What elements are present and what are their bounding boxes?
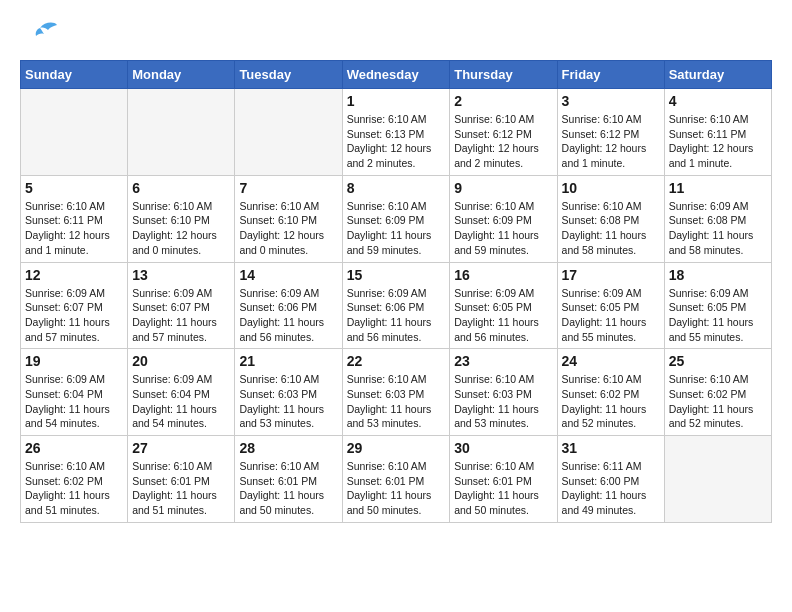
day-info: Sunrise: 6:10 AM Sunset: 6:02 PM Dayligh…: [562, 372, 660, 431]
weekday-header-wednesday: Wednesday: [342, 61, 450, 89]
weekday-header-monday: Monday: [128, 61, 235, 89]
day-info: Sunrise: 6:09 AM Sunset: 6:04 PM Dayligh…: [132, 372, 230, 431]
weekday-header-saturday: Saturday: [664, 61, 771, 89]
day-number: 13: [132, 267, 230, 283]
day-info: Sunrise: 6:09 AM Sunset: 6:07 PM Dayligh…: [25, 286, 123, 345]
day-number: 6: [132, 180, 230, 196]
day-number: 26: [25, 440, 123, 456]
day-number: 24: [562, 353, 660, 369]
calendar-cell: 2Sunrise: 6:10 AM Sunset: 6:12 PM Daylig…: [450, 89, 557, 176]
day-info: Sunrise: 6:09 AM Sunset: 6:06 PM Dayligh…: [347, 286, 446, 345]
day-info: Sunrise: 6:10 AM Sunset: 6:01 PM Dayligh…: [239, 459, 337, 518]
calendar-header-row: SundayMondayTuesdayWednesdayThursdayFrid…: [21, 61, 772, 89]
day-number: 17: [562, 267, 660, 283]
calendar-cell: 18Sunrise: 6:09 AM Sunset: 6:05 PM Dayli…: [664, 262, 771, 349]
day-info: Sunrise: 6:11 AM Sunset: 6:00 PM Dayligh…: [562, 459, 660, 518]
day-info: Sunrise: 6:09 AM Sunset: 6:05 PM Dayligh…: [669, 286, 767, 345]
calendar-cell: [128, 89, 235, 176]
day-info: Sunrise: 6:10 AM Sunset: 6:09 PM Dayligh…: [454, 199, 552, 258]
day-number: 4: [669, 93, 767, 109]
day-info: Sunrise: 6:10 AM Sunset: 6:10 PM Dayligh…: [239, 199, 337, 258]
day-info: Sunrise: 6:10 AM Sunset: 6:03 PM Dayligh…: [347, 372, 446, 431]
page-header: [20, 20, 772, 50]
calendar-cell: 25Sunrise: 6:10 AM Sunset: 6:02 PM Dayli…: [664, 349, 771, 436]
day-number: 2: [454, 93, 552, 109]
day-number: 9: [454, 180, 552, 196]
day-number: 7: [239, 180, 337, 196]
day-number: 21: [239, 353, 337, 369]
calendar-cell: 23Sunrise: 6:10 AM Sunset: 6:03 PM Dayli…: [450, 349, 557, 436]
logo-bird-icon: [20, 20, 58, 50]
calendar-cell: 29Sunrise: 6:10 AM Sunset: 6:01 PM Dayli…: [342, 436, 450, 523]
calendar-cell: 11Sunrise: 6:09 AM Sunset: 6:08 PM Dayli…: [664, 175, 771, 262]
calendar-week-1: 1Sunrise: 6:10 AM Sunset: 6:13 PM Daylig…: [21, 89, 772, 176]
calendar-cell: [235, 89, 342, 176]
calendar-cell: [664, 436, 771, 523]
day-info: Sunrise: 6:09 AM Sunset: 6:04 PM Dayligh…: [25, 372, 123, 431]
day-number: 11: [669, 180, 767, 196]
calendar-cell: 14Sunrise: 6:09 AM Sunset: 6:06 PM Dayli…: [235, 262, 342, 349]
day-info: Sunrise: 6:09 AM Sunset: 6:05 PM Dayligh…: [454, 286, 552, 345]
weekday-header-friday: Friday: [557, 61, 664, 89]
day-number: 30: [454, 440, 552, 456]
day-info: Sunrise: 6:10 AM Sunset: 6:11 PM Dayligh…: [25, 199, 123, 258]
calendar-cell: 5Sunrise: 6:10 AM Sunset: 6:11 PM Daylig…: [21, 175, 128, 262]
calendar-cell: 13Sunrise: 6:09 AM Sunset: 6:07 PM Dayli…: [128, 262, 235, 349]
day-number: 12: [25, 267, 123, 283]
calendar-cell: 27Sunrise: 6:10 AM Sunset: 6:01 PM Dayli…: [128, 436, 235, 523]
calendar-cell: 26Sunrise: 6:10 AM Sunset: 6:02 PM Dayli…: [21, 436, 128, 523]
day-number: 22: [347, 353, 446, 369]
calendar-cell: 9Sunrise: 6:10 AM Sunset: 6:09 PM Daylig…: [450, 175, 557, 262]
day-info: Sunrise: 6:10 AM Sunset: 6:01 PM Dayligh…: [347, 459, 446, 518]
day-number: 8: [347, 180, 446, 196]
day-number: 15: [347, 267, 446, 283]
day-number: 25: [669, 353, 767, 369]
calendar-cell: 30Sunrise: 6:10 AM Sunset: 6:01 PM Dayli…: [450, 436, 557, 523]
weekday-header-tuesday: Tuesday: [235, 61, 342, 89]
calendar-cell: 4Sunrise: 6:10 AM Sunset: 6:11 PM Daylig…: [664, 89, 771, 176]
day-info: Sunrise: 6:10 AM Sunset: 6:12 PM Dayligh…: [562, 112, 660, 171]
day-number: 19: [25, 353, 123, 369]
calendar-cell: 16Sunrise: 6:09 AM Sunset: 6:05 PM Dayli…: [450, 262, 557, 349]
calendar-cell: 15Sunrise: 6:09 AM Sunset: 6:06 PM Dayli…: [342, 262, 450, 349]
day-info: Sunrise: 6:09 AM Sunset: 6:08 PM Dayligh…: [669, 199, 767, 258]
day-number: 28: [239, 440, 337, 456]
day-info: Sunrise: 6:10 AM Sunset: 6:02 PM Dayligh…: [25, 459, 123, 518]
calendar-cell: 19Sunrise: 6:09 AM Sunset: 6:04 PM Dayli…: [21, 349, 128, 436]
calendar-cell: 3Sunrise: 6:10 AM Sunset: 6:12 PM Daylig…: [557, 89, 664, 176]
day-number: 29: [347, 440, 446, 456]
day-info: Sunrise: 6:10 AM Sunset: 6:03 PM Dayligh…: [454, 372, 552, 431]
day-info: Sunrise: 6:10 AM Sunset: 6:11 PM Dayligh…: [669, 112, 767, 171]
calendar-cell: 22Sunrise: 6:10 AM Sunset: 6:03 PM Dayli…: [342, 349, 450, 436]
calendar-week-3: 12Sunrise: 6:09 AM Sunset: 6:07 PM Dayli…: [21, 262, 772, 349]
day-info: Sunrise: 6:10 AM Sunset: 6:03 PM Dayligh…: [239, 372, 337, 431]
day-info: Sunrise: 6:10 AM Sunset: 6:12 PM Dayligh…: [454, 112, 552, 171]
calendar-cell: 8Sunrise: 6:10 AM Sunset: 6:09 PM Daylig…: [342, 175, 450, 262]
day-info: Sunrise: 6:10 AM Sunset: 6:08 PM Dayligh…: [562, 199, 660, 258]
calendar-cell: 17Sunrise: 6:09 AM Sunset: 6:05 PM Dayli…: [557, 262, 664, 349]
calendar-cell: 10Sunrise: 6:10 AM Sunset: 6:08 PM Dayli…: [557, 175, 664, 262]
calendar-cell: [21, 89, 128, 176]
day-info: Sunrise: 6:10 AM Sunset: 6:01 PM Dayligh…: [132, 459, 230, 518]
calendar-week-5: 26Sunrise: 6:10 AM Sunset: 6:02 PM Dayli…: [21, 436, 772, 523]
calendar-week-4: 19Sunrise: 6:09 AM Sunset: 6:04 PM Dayli…: [21, 349, 772, 436]
day-info: Sunrise: 6:09 AM Sunset: 6:07 PM Dayligh…: [132, 286, 230, 345]
day-number: 18: [669, 267, 767, 283]
calendar-cell: 24Sunrise: 6:10 AM Sunset: 6:02 PM Dayli…: [557, 349, 664, 436]
day-info: Sunrise: 6:10 AM Sunset: 6:10 PM Dayligh…: [132, 199, 230, 258]
day-info: Sunrise: 6:10 AM Sunset: 6:01 PM Dayligh…: [454, 459, 552, 518]
day-number: 5: [25, 180, 123, 196]
calendar-cell: 12Sunrise: 6:09 AM Sunset: 6:07 PM Dayli…: [21, 262, 128, 349]
day-number: 1: [347, 93, 446, 109]
weekday-header-sunday: Sunday: [21, 61, 128, 89]
weekday-header-thursday: Thursday: [450, 61, 557, 89]
calendar-cell: 7Sunrise: 6:10 AM Sunset: 6:10 PM Daylig…: [235, 175, 342, 262]
day-number: 20: [132, 353, 230, 369]
day-number: 16: [454, 267, 552, 283]
day-number: 10: [562, 180, 660, 196]
day-number: 31: [562, 440, 660, 456]
day-info: Sunrise: 6:10 AM Sunset: 6:02 PM Dayligh…: [669, 372, 767, 431]
logo: [20, 20, 62, 50]
calendar-cell: 20Sunrise: 6:09 AM Sunset: 6:04 PM Dayli…: [128, 349, 235, 436]
calendar-cell: 31Sunrise: 6:11 AM Sunset: 6:00 PM Dayli…: [557, 436, 664, 523]
